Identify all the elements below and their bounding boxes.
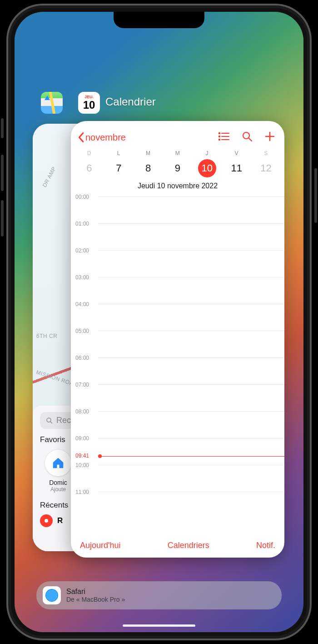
hour-label: 07:00 [71, 381, 96, 388]
back-label: novembre [85, 132, 126, 143]
hour-label: 08:00 [71, 408, 96, 415]
svg-line-9 [249, 138, 252, 141]
list-view-button[interactable] [218, 132, 230, 143]
svg-point-13 [46, 590, 57, 601]
hour-row[interactable]: 01:00 [71, 220, 284, 247]
hour-label: 00:00 [71, 193, 96, 200]
hour-row[interactable]: 09:00 [71, 434, 284, 461]
map-road-label: 6TH CR [36, 333, 57, 339]
hour-row[interactable]: 03:00 [71, 273, 284, 300]
plus-icon [264, 131, 275, 142]
hour-row[interactable]: 05:00 [71, 327, 284, 354]
hour-label: 02:00 [71, 247, 96, 254]
weekday-label: D [75, 150, 104, 156]
weekday-label: S [251, 150, 281, 156]
hour-row[interactable]: 11:00 [71, 488, 284, 515]
weekday-label: M [163, 150, 193, 156]
back-button[interactable]: novembre [77, 132, 126, 143]
date-cell[interactable]: 9 [163, 162, 193, 174]
safari-icon [43, 586, 61, 604]
weekday-label: M [134, 150, 163, 156]
calendar-app-label: Calendrier [105, 96, 156, 108]
calendar-card[interactable]: novembre DLMMJVS 6 [71, 121, 284, 558]
search-button[interactable] [242, 131, 253, 144]
hour-label: 04:00 [71, 300, 96, 307]
hour-label: 10:00 [71, 461, 96, 468]
app-switcher[interactable]: JEU. 10 Calendrier DR AMP 6TH CR MISSION… [15, 12, 303, 632]
svg-point-2 [219, 133, 220, 134]
full-date-label: Jeudi 10 novembre 2022 [71, 182, 284, 190]
handoff-banner[interactable]: Safari De « MacBook Pro » [36, 581, 282, 609]
weekday-label: J [192, 150, 222, 156]
calendars-button[interactable]: Calendriers [168, 541, 209, 550]
calendar-icon-day: 10 [83, 100, 95, 111]
hour-label: 05:00 [71, 327, 96, 334]
svg-line-1 [50, 422, 52, 423]
home-icon [51, 456, 65, 470]
hour-row[interactable]: 00:00 [71, 193, 284, 220]
add-event-button[interactable] [264, 131, 275, 144]
svg-point-4 [219, 136, 220, 137]
handoff-subtitle: De « MacBook Pro » [66, 596, 125, 604]
hour-row[interactable]: 08:00 [71, 408, 284, 434]
svg-point-8 [243, 132, 249, 139]
hour-label: 09:00 [71, 434, 96, 442]
hour-label: 11:00 [71, 488, 96, 495]
maps-app-icon[interactable] [41, 92, 63, 114]
hour-label: 03:00 [71, 273, 96, 281]
date-row: 6789101112 [71, 159, 284, 177]
handoff-title: Safari [66, 587, 125, 596]
hour-row[interactable]: 07:00 [71, 381, 284, 408]
current-time-label: 09:41 [75, 453, 89, 459]
day-timeline[interactable]: 00:0001:0002:0003:0004:0005:0006:0007:00… [71, 193, 284, 534]
date-cell[interactable]: 7 [104, 162, 134, 174]
svg-point-6 [219, 139, 220, 140]
weekday-label: L [104, 150, 134, 156]
date-cell[interactable]: 11 [222, 162, 251, 174]
maps-search-placeholder: Rec [56, 416, 71, 425]
svg-point-0 [47, 418, 51, 422]
search-icon [45, 417, 54, 425]
hour-label: 06:00 [71, 354, 96, 361]
calendar-app-icon[interactable]: JEU. 10 [78, 92, 100, 114]
notch [114, 12, 204, 28]
list-icon [218, 132, 230, 141]
weekday-row: DLMMJVS [71, 150, 284, 156]
date-cell[interactable]: 10 [198, 159, 216, 177]
home-indicator[interactable] [123, 624, 195, 627]
maps-recent-title: R [57, 516, 63, 525]
search-icon [242, 131, 253, 142]
chevron-left-icon [77, 132, 84, 143]
pin-icon [40, 514, 53, 527]
hour-row[interactable]: 02:00 [71, 247, 284, 273]
date-cell[interactable]: 8 [134, 162, 163, 174]
hour-row[interactable]: 10:00 [71, 461, 284, 488]
hour-row[interactable]: 04:00 [71, 300, 284, 327]
today-button[interactable]: Aujourd'hui [80, 541, 121, 550]
hour-row[interactable]: 06:00 [71, 354, 284, 381]
hour-label: 01:00 [71, 220, 96, 227]
date-cell[interactable]: 6 [75, 162, 104, 174]
weekday-label: V [222, 150, 251, 156]
inbox-button[interactable]: Notif. [256, 541, 275, 550]
date-cell[interactable]: 12 [251, 162, 281, 174]
